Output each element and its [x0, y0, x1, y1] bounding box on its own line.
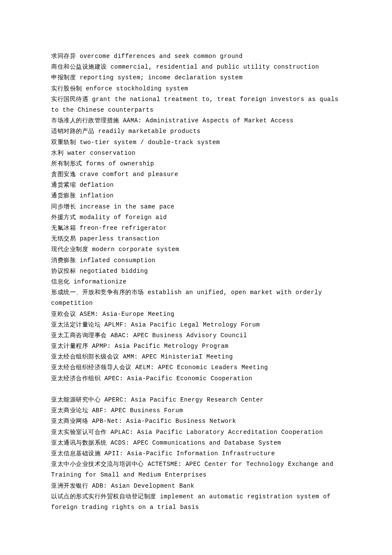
glossary-entry: 亚太实验室认可合作 APLAC: Asia Pacific Laboratory… [51, 427, 341, 438]
section-spacer [51, 384, 341, 395]
glossary-entry: 亚太工商咨询理事会 ABAC: APEC Business Advisory C… [51, 330, 341, 341]
glossary-entry: 现代企业制度 modern corporate system [51, 244, 341, 255]
glossary-entry: 亚太通讯与数据系统 ACDS: APEC Communications and … [51, 438, 341, 448]
glossary-entry: 亚太信息基础设施 APII: Asia-Pacific Information … [51, 448, 341, 459]
glossary-entry: 亚太商业论坛 ABF: APEC Business Forum [51, 405, 341, 416]
glossary-entry: 同步增长 increase in the same pace [51, 202, 341, 212]
glossary-entry: 申报制度 reporting system; income declaratio… [51, 72, 341, 83]
glossary-entry: 适销对路的产品 readily marketable products [51, 126, 341, 137]
glossary-entry: 通货膨胀 inflation [51, 191, 341, 201]
glossary-entry: 商住和公益设施建设 commercial, residential and pu… [51, 62, 341, 72]
glossary-entry: 通货紧缩 deflation [51, 180, 341, 191]
glossary-entry: 形成统一、开放和竞争有序的市场 establish an unified, op… [51, 287, 341, 309]
glossary-entry: 实行国民待遇 grant the national treatment to, … [51, 94, 341, 116]
glossary-entry: 市场准人的行政管理措施 AAMA: Administrative Aspects… [51, 116, 341, 126]
glossary-entry: 亚太中小企业技术交流与培训中心 ACTETSME: APEC Center fo… [51, 459, 341, 480]
glossary-entry: 所有制形式 forms of ownership [51, 159, 341, 169]
glossary-entry: 无纸交易 paperless transaction [51, 234, 341, 244]
document-page: 求同存异 overcome differences and seek commo… [0, 0, 392, 555]
glossary-entry: 求同存异 overcome differences and seek commo… [51, 51, 341, 62]
glossary-entry: 实行股份制 enforce stockholding system [51, 84, 341, 94]
glossary-entry: 协议投标 negotiated bidding [51, 266, 341, 277]
glossary-entry: 水利 water conservation [51, 148, 341, 159]
glossary-entry: 亚欧会议 ASEM: Asia-Europe Meeting [51, 309, 341, 320]
glossary-entry: 消费膨胀 inflated consumption [51, 255, 341, 266]
glossary-block-2: 亚太能源研究中心 APERC: Asia Pacific Energy Rese… [51, 395, 341, 513]
glossary-entry: 亚太经合组织经济领导人会议 AELM: APEC Economic Leader… [51, 362, 341, 373]
glossary-entry: 无氟冰箱 freon-free refrigerator [51, 223, 341, 234]
glossary-entry: 亚太经济合作组织 APEC: Asia-Pacific Economic Coo… [51, 373, 341, 384]
glossary-entry: 双重轨制 two-tier system / double-track syst… [51, 137, 341, 148]
glossary-entry: 亚太商业网络 APB-Net: Asia-Pacific Business Ne… [51, 416, 341, 427]
glossary-entry: 贪图安逸 crave comfort and pleasure [51, 169, 341, 180]
glossary-entry: 亚太法定计量论坛 APLMF: Asia Pacific Legal Metro… [51, 320, 341, 330]
glossary-entry: 以试点的形式实行外贸权自动登记制度 implement an automatic… [51, 491, 341, 513]
glossary-entry: 信息化 informationize [51, 277, 341, 287]
glossary-entry: 亚太能源研究中心 APERC: Asia Pacific Energy Rese… [51, 395, 341, 405]
glossary-entry: 亚洲开发银行 ADB: Asian Development Bank [51, 481, 341, 491]
glossary-entry: 外援方式 modality of foreign aid [51, 212, 341, 223]
glossary-block-1: 求同存异 overcome differences and seek commo… [51, 51, 341, 384]
glossary-entry: 亚太计量程序 APMP: Asia Pacific Metrology Prog… [51, 341, 341, 352]
glossary-entry: 亚太经合组织部长级会议 AMM: APEC MinisteriaI Meetin… [51, 352, 341, 362]
